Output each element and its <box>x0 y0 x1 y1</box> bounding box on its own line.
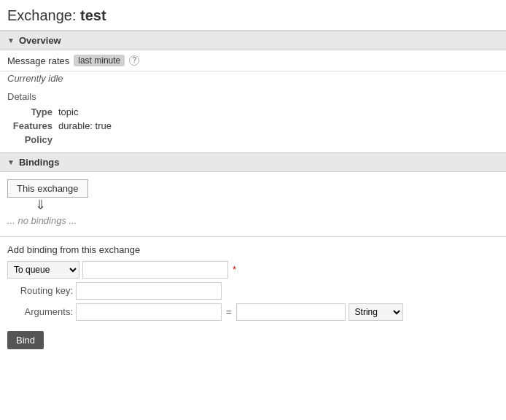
to-queue-select[interactable]: To queue To exchange <box>7 261 79 279</box>
overview-chevron-icon: ▼ <box>7 36 15 44</box>
overview-section-header[interactable]: ▼ Overview <box>0 31 506 50</box>
bind-button[interactable]: Bind <box>7 331 44 349</box>
page-title: Exchange: test <box>0 0 506 31</box>
bindings-content: This exchange ⇓ ... no bindings ... <box>0 172 506 236</box>
routing-key-row: Routing key: <box>7 282 499 300</box>
bind-button-row: Bind <box>7 327 499 349</box>
arguments-value-input[interactable] <box>236 303 346 321</box>
add-binding-title: Add binding from this exchange <box>7 244 499 255</box>
message-rates-label: Message rates <box>7 55 69 66</box>
help-icon[interactable]: ? <box>129 55 139 66</box>
no-bindings-text: ... no bindings ... <box>7 215 499 232</box>
details-label: Details <box>0 88 506 104</box>
rate-badge[interactable]: last minute <box>74 55 125 66</box>
this-exchange-button[interactable]: This exchange <box>7 179 88 198</box>
detail-row-features: Features durable: true <box>7 119 117 133</box>
detail-key-type: Type <box>7 105 58 119</box>
add-binding-section: Add binding from this exchange To queue … <box>0 237 506 355</box>
overview-header-label: Overview <box>19 35 61 46</box>
routing-key-label: Routing key: <box>7 285 73 296</box>
type-select[interactable]: String Number Boolean <box>349 303 403 321</box>
equals-sign: = <box>226 306 232 317</box>
status-row: Currently idle <box>0 71 506 88</box>
detail-row-policy: Policy <box>7 133 117 147</box>
details-label-text: Details <box>7 91 36 102</box>
required-star: * <box>233 264 236 275</box>
routing-key-input[interactable] <box>76 282 222 300</box>
detail-key-features: Features <box>7 119 58 133</box>
title-prefix: Exchange: <box>7 7 77 23</box>
detail-value-features: durable: true <box>58 119 117 133</box>
arguments-key-input[interactable] <box>76 303 222 321</box>
arguments-row: Arguments: = String Number Boolean <box>7 303 499 321</box>
detail-key-policy: Policy <box>7 133 58 147</box>
details-table: Type topic Features durable: true Policy <box>0 104 506 152</box>
bindings-chevron-icon: ▼ <box>7 158 15 166</box>
title-value: test <box>80 7 106 23</box>
bindings-section-header[interactable]: ▼ Bindings <box>0 152 506 172</box>
to-queue-row: To queue To exchange * <box>7 261 499 279</box>
status-text: Currently idle <box>7 73 63 84</box>
detail-value-policy <box>58 133 117 147</box>
bindings-header-label: Bindings <box>19 157 60 168</box>
message-rates-row: Message rates last minute ? <box>0 50 506 71</box>
arrow-down-icon: ⇓ <box>7 198 499 214</box>
detail-value-type: topic <box>58 105 117 119</box>
queue-name-input[interactable] <box>82 261 228 279</box>
detail-row-type: Type topic <box>7 105 117 119</box>
arguments-label: Arguments: <box>7 306 73 317</box>
